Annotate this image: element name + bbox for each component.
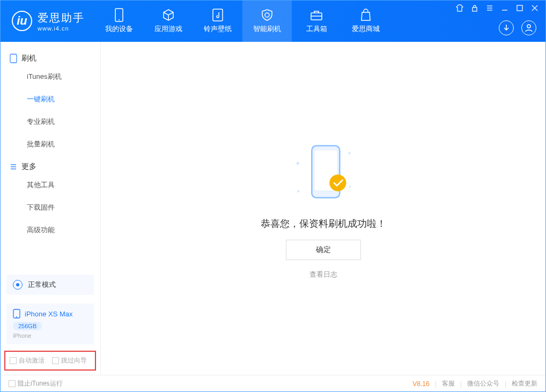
sidebar-item-pro-flash[interactable]: 专业刷机: [0, 110, 100, 133]
link-check-update[interactable]: 检查更新: [512, 379, 537, 388]
phone-icon: [112, 8, 126, 22]
svg-point-10: [297, 162, 299, 165]
download-icon[interactable]: [499, 20, 514, 35]
tab-label: 我的设备: [105, 24, 133, 34]
sidebar: 刷机 iTunes刷机 一键刷机 专业刷机 批量刷机 更多 其他工具 下载固件 …: [0, 42, 101, 375]
sidebar-item-other-tools[interactable]: 其他工具: [0, 174, 100, 196]
close-icon[interactable]: [531, 4, 538, 12]
checkbox-icon: [9, 380, 16, 387]
menu-icon[interactable]: [486, 4, 493, 12]
tab-flash[interactable]: 智能刷机: [242, 0, 292, 42]
sidebar-group-flash: 刷机: [0, 47, 100, 65]
view-log-link[interactable]: 查看日志: [309, 270, 337, 279]
tab-label: 铃声壁纸: [204, 24, 232, 34]
sidebar-item-itunes-flash[interactable]: iTunes刷机: [0, 65, 100, 88]
device-name: iPhone XS Max: [25, 310, 73, 318]
maximize-icon[interactable]: [516, 4, 523, 12]
minimize-icon[interactable]: [501, 4, 508, 12]
checkbox-icon: [10, 357, 17, 364]
mode-label: 正常模式: [28, 280, 56, 290]
statusbar: 阻止iTunes运行 V8.16 | 客服 | 微信公众号 | 检查更新: [0, 375, 546, 392]
logo-icon: iu: [12, 11, 32, 31]
version-label: V8.16: [412, 380, 429, 388]
tab-apps[interactable]: 应用游戏: [144, 0, 193, 42]
link-support[interactable]: 客服: [442, 379, 455, 388]
device-type: iPhone: [13, 332, 87, 339]
tab-my-device[interactable]: 我的设备: [94, 0, 144, 42]
device-capacity: 256GB: [13, 322, 42, 330]
app-name: 爱思助手: [38, 11, 85, 25]
device-phone-icon: [13, 309, 20, 319]
svg-rect-7: [10, 54, 17, 63]
main-panel: 恭喜您，保资料刷机成功啦！ 确定 查看日志: [101, 42, 546, 375]
checkbox-icon: [52, 357, 59, 364]
mode-indicator-icon: [13, 280, 23, 290]
app-logo: iu 爱思助手 www.i4.cn: [0, 0, 94, 42]
lock-icon[interactable]: [471, 4, 478, 12]
tab-label: 爱思商城: [352, 24, 380, 34]
link-wechat[interactable]: 微信公众号: [467, 379, 499, 388]
sidebar-item-oneclick-flash[interactable]: 一键刷机: [0, 88, 100, 110]
success-illustration: [289, 138, 358, 208]
titlebar-actions: [499, 20, 536, 35]
checkbox-block-itunes[interactable]: 阻止iTunes运行: [9, 379, 63, 388]
checkbox-auto-activate[interactable]: 自动激活: [10, 356, 45, 365]
list-icon: [10, 163, 17, 171]
highlighted-checkbox-row: 自动激活 跳过向导: [4, 351, 96, 371]
svg-point-1: [119, 19, 120, 20]
top-tabs: 我的设备 应用游戏 铃声壁纸 智能刷机 工具箱 爱思商城: [94, 0, 390, 42]
tab-label: 智能刷机: [253, 24, 281, 34]
window-controls: [456, 4, 538, 12]
svg-rect-2: [213, 9, 223, 21]
phone-small-icon: [10, 54, 17, 63]
success-message: 恭喜您，保资料刷机成功啦！: [261, 217, 386, 230]
tab-media[interactable]: 铃声壁纸: [193, 0, 242, 42]
mode-card[interactable]: 正常模式: [6, 275, 94, 295]
sidebar-group-more: 更多: [0, 156, 100, 174]
cube-icon: [161, 8, 175, 22]
bag-icon: [359, 8, 373, 22]
device-card[interactable]: iPhone XS Max 256GB iPhone: [6, 304, 94, 344]
toolbox-icon: [309, 8, 323, 22]
shield-refresh-icon: [260, 8, 274, 22]
titlebar: iu 爱思助手 www.i4.cn 我的设备 应用游戏 铃声壁纸 智能刷机 工具…: [0, 0, 546, 42]
tab-label: 应用游戏: [154, 24, 182, 34]
tab-tools[interactable]: 工具箱: [292, 0, 341, 42]
svg-rect-5: [517, 5, 522, 11]
svg-point-6: [527, 25, 530, 28]
tab-label: 工具箱: [306, 24, 327, 34]
ok-button[interactable]: 确定: [286, 240, 361, 260]
music-note-icon: [211, 8, 225, 22]
user-icon[interactable]: [521, 20, 536, 35]
tab-store[interactable]: 爱思商城: [341, 0, 390, 42]
svg-point-11: [349, 186, 351, 187]
svg-rect-4: [473, 8, 477, 11]
sidebar-item-batch-flash[interactable]: 批量刷机: [0, 133, 100, 156]
svg-point-9: [16, 316, 17, 317]
checkbox-skip-guide[interactable]: 跳过向导: [52, 356, 87, 365]
sidebar-item-download-firmware[interactable]: 下载固件: [0, 196, 100, 219]
svg-point-14: [329, 174, 346, 191]
app-url: www.i4.cn: [38, 25, 85, 32]
sidebar-item-advanced[interactable]: 高级功能: [0, 219, 100, 241]
tshirt-icon[interactable]: [456, 4, 463, 12]
